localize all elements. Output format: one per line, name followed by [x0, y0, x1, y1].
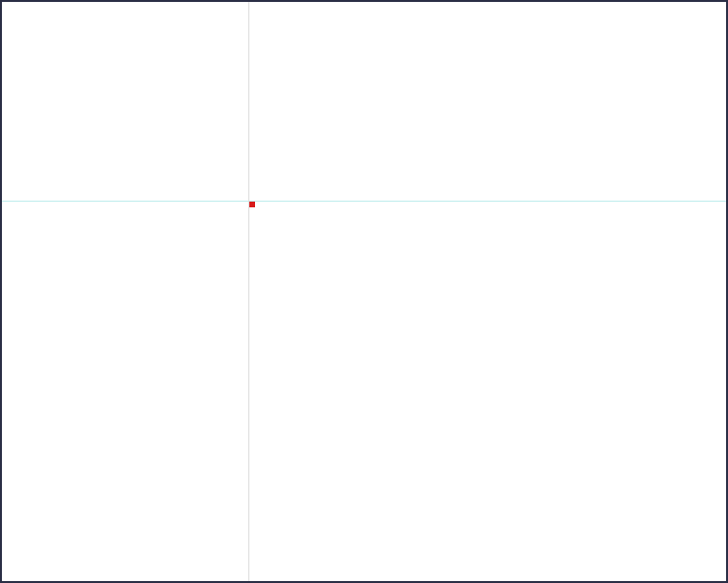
group-permission-sets-label: [261, 2, 272, 23]
highlight-rectangle: [249, 202, 255, 207]
group-profiles-label: [249, 2, 261, 23]
